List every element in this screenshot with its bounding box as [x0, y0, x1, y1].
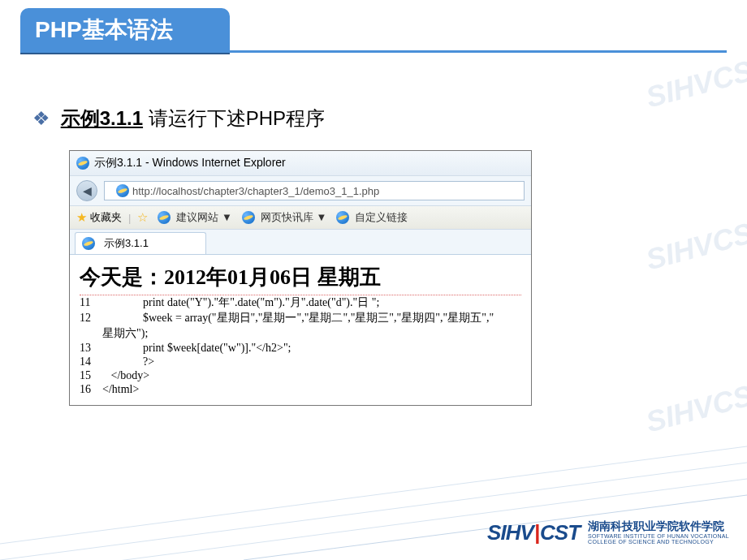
institution-logo: SIHV|CST 湖南科技职业学院软件学院 SOFTWARE INSTITUTE… — [487, 520, 729, 545]
tab-icon — [82, 237, 95, 250]
output-headline: 今天是：2012年01月06日 星期五 — [80, 263, 521, 291]
ie-icon — [76, 157, 89, 170]
code-line-14: 14?> — [80, 355, 521, 368]
browser-nav-row: ◀ http://localhost/chapter3/chapter3_1/d… — [70, 175, 531, 205]
logo-text: 湖南科技职业学院软件学院 SOFTWARE INSTITUTE OF HUNAN… — [588, 520, 729, 545]
address-bar[interactable]: http://localhost/chapter3/chapter3_1/dem… — [104, 181, 525, 200]
ie-icon — [336, 211, 349, 224]
link-webslice[interactable]: 网页快讯库 ▼ — [235, 210, 326, 225]
code-line-12b: 星期六"); — [80, 326, 521, 341]
watermark: SIHVCST — [642, 374, 747, 440]
star-icon: ☆ — [137, 210, 148, 225]
title-underline — [20, 50, 727, 53]
code-line-11: 11print date("Y")."年".date("m")."月".date… — [80, 295, 521, 310]
example-bullet: ❖ 示例3.1.1 请运行下述PHP程序 — [32, 106, 325, 131]
link-suggest-sites[interactable]: 建议网站 ▼ — [151, 210, 231, 225]
example-label: 示例3.1.1 — [61, 107, 143, 129]
watermark: SIHVCST — [642, 212, 747, 278]
back-button[interactable]: ◀ — [76, 180, 97, 201]
logo-chinese: 湖南科技职业学院软件学院 — [588, 520, 729, 532]
ie-icon — [242, 211, 255, 224]
ie-icon — [158, 211, 171, 224]
link-suggest-label: 建议网站 ▼ — [176, 210, 231, 225]
svg-line-1 — [0, 463, 747, 560]
link-custom-label: 自定义链接 — [355, 210, 408, 225]
separator: | — [128, 212, 131, 224]
code-line-16: 16</html> — [80, 383, 521, 396]
link-custom[interactable]: 自定义链接 — [330, 210, 408, 225]
bullet-icon: ❖ — [32, 107, 50, 129]
link-quick-label: 网页快讯库 ▼ — [261, 210, 326, 225]
code-line-12: 12$week = array("星期日","星期一","星期二","星期三",… — [80, 311, 521, 325]
tab-label: 示例3.1.1 — [104, 236, 149, 251]
url-text: http://localhost/chapter3/chapter3_1/dem… — [132, 185, 379, 197]
favorites-label[interactable]: 收藏夹 — [90, 210, 122, 225]
example-text: 请运行下述PHP程序 — [143, 107, 325, 129]
logo-english-1: SOFTWARE INSTITUTE OF HUNAN VOCATIONAL — [588, 533, 729, 540]
slide-title: PHP基本语法 — [20, 8, 230, 54]
star-icon[interactable]: ★ — [76, 210, 87, 225]
browser-titlebar: 示例3.1.1 - Windows Internet Explorer — [70, 151, 531, 175]
code-line-13: 13print $week[date("w")]."</h2>"; — [80, 342, 521, 355]
tab-strip: 示例3.1.1 — [70, 229, 531, 254]
browser-tab[interactable]: 示例3.1.1 — [75, 232, 206, 254]
code-line-15: 15 </body> — [80, 369, 521, 382]
logo-acronym: SIHV|CST — [487, 520, 580, 545]
logo-english-2: COLLEGE OF SCIENCE AND TECHNOLOGY — [588, 539, 729, 545]
browser-window: 示例3.1.1 - Windows Internet Explorer ◀ ht… — [69, 150, 532, 406]
page-content: 今天是：2012年01月06日 星期五 11print date("Y")."年… — [70, 254, 531, 405]
page-icon — [116, 184, 129, 197]
watermark: SIHVCST — [642, 50, 747, 115]
window-title-text: 示例3.1.1 - Windows Internet Explorer — [94, 156, 286, 170]
favorites-bar: ★ 收藏夹 | ☆ 建议网站 ▼ 网页快讯库 ▼ 自定义链接 — [70, 205, 531, 229]
